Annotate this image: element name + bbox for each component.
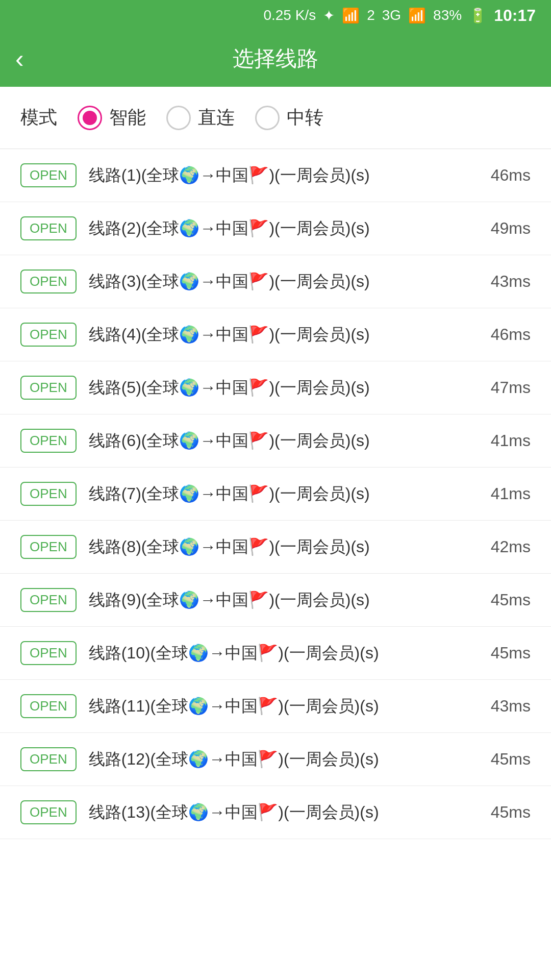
route-item[interactable]: OPEN线路(5)(全球🌍→中国🚩)(一周会员)(s)47ms — [0, 361, 551, 414]
open-badge: OPEN — [20, 588, 77, 612]
route-item[interactable]: OPEN线路(12)(全球🌍→中国🚩)(一周会员)(s)45ms — [0, 733, 551, 786]
route-name: 线路(8)(全球🌍→中国🚩)(一周会员)(s) — [89, 536, 481, 558]
route-name: 线路(5)(全球🌍→中国🚩)(一周会员)(s) — [89, 377, 481, 399]
back-button[interactable]: ‹ — [15, 46, 24, 71]
signal-icon: 📶 — [408, 7, 426, 24]
open-badge: OPEN — [20, 641, 77, 665]
route-item[interactable]: OPEN线路(13)(全球🌍→中国🚩)(一周会员)(s)45ms — [0, 786, 551, 839]
mode-relay-label: 中转 — [287, 105, 323, 130]
route-item[interactable]: OPEN线路(11)(全球🌍→中国🚩)(一周会员)(s)43ms — [0, 680, 551, 733]
radio-relay[interactable] — [255, 106, 280, 130]
mode-option-direct[interactable]: 直连 — [166, 105, 235, 130]
route-ping: 45ms — [491, 750, 531, 769]
radio-direct[interactable] — [166, 106, 191, 130]
route-name: 线路(1)(全球🌍→中国🚩)(一周会员)(s) — [89, 164, 481, 187]
route-ping: 43ms — [491, 697, 531, 716]
route-ping: 46ms — [491, 166, 531, 185]
app-header: ‹ 选择线路 — [0, 31, 551, 87]
open-badge: OPEN — [20, 163, 77, 187]
open-badge: OPEN — [20, 429, 77, 453]
open-badge: OPEN — [20, 376, 77, 400]
page-title: 选择线路 — [233, 44, 318, 73]
route-ping: 42ms — [491, 537, 531, 556]
battery-level: 83% — [433, 7, 462, 23]
route-item[interactable]: OPEN线路(4)(全球🌍→中国🚩)(一周会员)(s)46ms — [0, 308, 551, 361]
network-type: 3G — [382, 7, 401, 23]
open-badge: OPEN — [20, 323, 77, 347]
route-ping: 49ms — [491, 219, 531, 238]
route-item[interactable]: OPEN线路(10)(全球🌍→中国🚩)(一周会员)(s)45ms — [0, 627, 551, 680]
route-item[interactable]: OPEN线路(3)(全球🌍→中国🚩)(一周会员)(s)43ms — [0, 255, 551, 308]
route-ping: 46ms — [491, 325, 531, 344]
route-name: 线路(7)(全球🌍→中国🚩)(一周会员)(s) — [89, 483, 481, 505]
route-item[interactable]: OPEN线路(9)(全球🌍→中国🚩)(一周会员)(s)45ms — [0, 574, 551, 627]
mode-selector: 模式 智能 直连 中转 — [0, 87, 551, 149]
open-badge: OPEN — [20, 270, 77, 293]
route-name: 线路(10)(全球🌍→中国🚩)(一周会员)(s) — [89, 642, 481, 665]
mode-direct-label: 直连 — [198, 105, 235, 130]
route-name: 线路(9)(全球🌍→中国🚩)(一周会员)(s) — [89, 589, 481, 611]
bluetooth-icon: ✦ — [323, 7, 335, 24]
route-name: 线路(6)(全球🌍→中国🚩)(一周会员)(s) — [89, 430, 481, 452]
route-ping: 41ms — [491, 484, 531, 503]
route-ping: 47ms — [491, 378, 531, 397]
route-ping: 45ms — [491, 644, 531, 663]
mode-smart-label: 智能 — [109, 105, 146, 130]
open-badge: OPEN — [20, 482, 77, 506]
radio-smart-inner — [83, 111, 97, 125]
route-name: 线路(2)(全球🌍→中国🚩)(一周会员)(s) — [89, 217, 481, 240]
open-badge: OPEN — [20, 216, 77, 240]
route-name: 线路(12)(全球🌍→中国🚩)(一周会员)(s) — [89, 748, 481, 771]
route-name: 线路(11)(全球🌍→中国🚩)(一周会员)(s) — [89, 695, 481, 718]
wifi-icon: 📶 — [342, 7, 360, 24]
route-item[interactable]: OPEN线路(6)(全球🌍→中国🚩)(一周会员)(s)41ms — [0, 414, 551, 468]
radio-smart[interactable] — [78, 106, 102, 130]
route-item[interactable]: OPEN线路(8)(全球🌍→中国🚩)(一周会员)(s)42ms — [0, 521, 551, 574]
route-ping: 45ms — [491, 591, 531, 609]
sim-indicator: 2 — [367, 7, 375, 23]
route-ping: 43ms — [491, 272, 531, 291]
open-badge: OPEN — [20, 535, 77, 559]
route-ping: 45ms — [491, 803, 531, 822]
speed-indicator: 0.25 K/s — [263, 7, 316, 23]
open-badge: OPEN — [20, 747, 77, 771]
status-bar: 0.25 K/s ✦ 📶 2 3G 📶 83% 🔋 10:17 — [0, 0, 551, 31]
clock: 10:17 — [494, 6, 536, 25]
mode-label: 模式 — [20, 105, 57, 130]
route-ping: 41ms — [491, 431, 531, 450]
route-name: 线路(4)(全球🌍→中国🚩)(一周会员)(s) — [89, 324, 481, 346]
battery-icon: 🔋 — [469, 7, 487, 24]
route-item[interactable]: OPEN线路(7)(全球🌍→中国🚩)(一周会员)(s)41ms — [0, 468, 551, 521]
route-item[interactable]: OPEN线路(1)(全球🌍→中国🚩)(一周会员)(s)46ms — [0, 149, 551, 202]
route-item[interactable]: OPEN线路(2)(全球🌍→中国🚩)(一周会员)(s)49ms — [0, 202, 551, 255]
mode-option-relay[interactable]: 中转 — [255, 105, 323, 130]
route-name: 线路(3)(全球🌍→中国🚩)(一周会员)(s) — [89, 271, 481, 293]
open-badge: OPEN — [20, 800, 77, 824]
route-list: OPEN线路(1)(全球🌍→中国🚩)(一周会员)(s)46msOPEN线路(2)… — [0, 149, 551, 839]
open-badge: OPEN — [20, 694, 77, 718]
route-name: 线路(13)(全球🌍→中国🚩)(一周会员)(s) — [89, 801, 481, 824]
mode-option-smart[interactable]: 智能 — [78, 105, 146, 130]
